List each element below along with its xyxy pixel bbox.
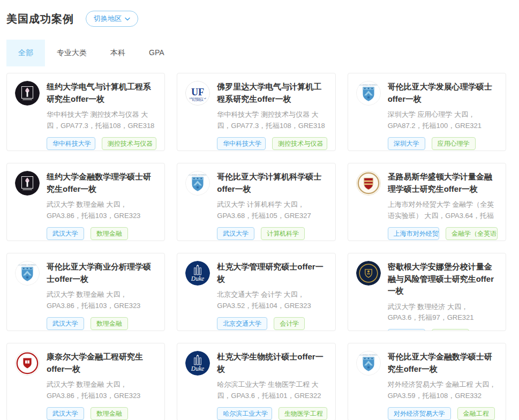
case-tags: 武汉大学 数理金融 <box>47 227 156 240</box>
case-tags: 哈尔滨工业大学 生物医学工程 <box>217 407 327 420</box>
page-title: 美国成功案例 <box>6 12 74 26</box>
tab-gpa[interactable]: GPA <box>137 40 176 66</box>
case-card[interactable]: Duke 杜克大学生物统计硕士offer一枚 哈尔滨工业大学 生物医学工程 大四… <box>177 343 335 420</box>
cornell-logo <box>15 351 40 376</box>
case-tags: 武汉大学 数理金融 <box>47 317 156 330</box>
case-card[interactable]: 康奈尔大学金融工程研究生offer一枚 武汉大学 数理金融 大四，GPA3.86… <box>6 343 165 420</box>
svg-text:COLUMBIA UNIVERSITY: COLUMBIA UNIVERSITY <box>358 354 379 356</box>
university-logo: COLUMBIA UNIVERSITY <box>356 81 381 106</box>
university-logo <box>15 171 40 196</box>
case-description: 华中科技大学 测控技术与仪器 大四，GPA77.3，托福108，GRE318 <box>47 109 156 132</box>
case-card[interactable]: COLUMBIA UNIVERSITY 哥伦比亚大学计算机科学硕士offer一枚… <box>177 163 335 241</box>
case-description: 武汉大学 数理金融 大四，GPA3.86，托福103，GRE323 <box>47 289 156 312</box>
case-tags: 对外经济贸易大学 金融工程 <box>388 407 498 420</box>
case-title: 哥伦比亚大学金融数学硕士研究生offer一枚 <box>388 351 498 375</box>
school-tag[interactable]: 哈尔滨工业大学 <box>217 407 272 420</box>
school-tag[interactable]: 武汉大学 <box>47 317 84 330</box>
major-tag[interactable]: 数理金融 <box>91 227 128 240</box>
major-tag[interactable]: 数理金融 <box>91 407 128 420</box>
filter-tabs: 全部 专业大类 本科 GPA <box>6 40 506 66</box>
university-logo <box>356 261 381 286</box>
major-tag[interactable]: 金融工程 <box>457 407 495 420</box>
uf-logo: UFUNIVERSITY ofFLORIDA <box>185 81 210 106</box>
case-title: 圣路易斯华盛顿大学计量金融理学硕士研究生offer一枚 <box>388 171 498 195</box>
case-tags: 武汉大学 数理金融 <box>47 407 156 420</box>
case-title: 哥伦比亚大学发展心理学硕士offer一枚 <box>388 81 498 105</box>
case-card[interactable]: Duke 杜克大学管理研究硕士offer一枚 北京交通大学 会计学 大四，GPA… <box>177 253 335 331</box>
nyu-logo <box>15 171 40 196</box>
svg-text:COLUMBIA UNIVERSITY: COLUMBIA UNIVERSITY <box>187 174 209 176</box>
university-logo: COLUMBIA UNIVERSITY <box>15 261 40 286</box>
case-tags: 北京交通大学 会计学 <box>217 317 327 330</box>
case-card[interactable]: 密歇根大学安娜堡分校计量金融与风险管理硕士研究生offer一枚 武汉大学 数理经… <box>348 253 506 331</box>
school-tag[interactable]: 武汉大学 <box>47 227 84 240</box>
tab-all[interactable]: 全部 <box>6 40 45 66</box>
svg-text:COLUMBIA UNIVERSITY: COLUMBIA UNIVERSITY <box>358 84 379 86</box>
university-logo <box>356 171 381 196</box>
tab-major-category[interactable]: 专业大类 <box>45 40 99 66</box>
school-tag[interactable]: 华中科技大学 <box>47 137 95 150</box>
case-card[interactable]: COLUMBIA UNIVERSITY 哥伦比亚大学发展心理学硕士offer一枚… <box>348 73 506 151</box>
case-description: 武汉大学 数理经济 大四，GPA3.6，托福97，GRE321 <box>388 302 498 324</box>
success-cases-page: 美国成功案例 切换地区 全部 专业大类 本科 GPA 纽约大学电气与计算机工程系… <box>0 0 519 420</box>
major-tag[interactable]: 金融学（全英语实 <box>446 227 498 240</box>
university-logo: Duke <box>185 351 210 376</box>
page-header: 美国成功案例 切换地区 <box>6 11 506 27</box>
umich-logo <box>356 261 381 286</box>
switch-region-button[interactable]: 切换地区 <box>86 11 138 27</box>
school-tag[interactable]: 北京交通大学 <box>217 317 267 330</box>
school-tag[interactable]: 武汉大学 <box>388 329 425 331</box>
university-logo <box>15 351 40 376</box>
case-title: 康奈尔大学金融工程研究生offer一枚 <box>47 351 156 375</box>
major-tag[interactable]: 会计学 <box>274 317 305 330</box>
case-tags: 华中科技大学 测控技术与仪器 <box>47 137 156 150</box>
columbia-logo: COLUMBIA UNIVERSITY <box>15 261 40 286</box>
svg-text:FLORIDA: FLORIDA <box>192 99 204 102</box>
university-logo: Duke <box>185 261 210 286</box>
school-tag[interactable]: 华中科技大学 <box>217 137 266 150</box>
case-card[interactable]: COLUMBIA UNIVERSITY 哥伦比亚大学商业分析理学硕士offer一… <box>6 253 165 331</box>
svg-text:COLUMBIA UNIVERSITY: COLUMBIA UNIVERSITY <box>17 264 38 266</box>
major-tag[interactable]: 测控技术与仪器 <box>272 137 327 150</box>
case-description: 哈尔滨工业大学 生物医学工程 大四，GPA3.6，托福101，GRE322 <box>217 379 327 402</box>
tab-undergraduate[interactable]: 本科 <box>99 40 137 66</box>
school-tag[interactable]: 对外经济贸易大学 <box>388 407 451 420</box>
case-description: 北京交通大学 会计学 大四，GPA3.52，托福104，GRE323 <box>217 289 327 312</box>
case-tags: 武汉大学 数理经济 <box>388 329 498 331</box>
case-title: 杜克大学生物统计硕士offer一枚 <box>217 351 327 375</box>
case-card[interactable]: UFUNIVERSITY ofFLORIDA 佛罗里达大学电气与计算机工程系研究… <box>177 73 335 151</box>
case-card-grid: 纽约大学电气与计算机工程系研究生offer一枚 华中科技大学 测控技术与仪器 大… <box>6 73 506 420</box>
school-tag[interactable]: 武汉大学 <box>217 227 254 240</box>
major-tag[interactable]: 计算机科学 <box>261 227 305 240</box>
chevron-down-icon <box>125 17 130 21</box>
washu-logo <box>356 171 381 196</box>
case-title: 佛罗里达大学电气与计算机工程系研究生offer一枚 <box>217 81 327 105</box>
school-tag[interactable]: 深圳大学 <box>388 137 425 150</box>
major-tag[interactable]: 生物医学工程 <box>279 407 327 420</box>
case-description: 深圳大学 应用心理学 大四，GPA87.2，托福100，GRE321 <box>388 109 498 132</box>
case-title: 杜克大学管理研究硕士offer一枚 <box>217 261 327 285</box>
case-card[interactable]: 圣路易斯华盛顿大学计量金融理学硕士研究生offer一枚 上海市对外经贸大学 金融… <box>348 163 506 241</box>
major-tag[interactable]: 测控技术与仪器 <box>102 137 156 150</box>
case-tags: 武汉大学 计算机科学 <box>217 227 327 240</box>
major-tag[interactable]: 数理经济 <box>432 329 469 331</box>
svg-text:Duke: Duke <box>191 275 204 282</box>
university-logo: UFUNIVERSITY ofFLORIDA <box>185 81 210 106</box>
case-tags: 华中科技大学 测控技术与仪器 <box>217 137 327 150</box>
school-tag[interactable]: 武汉大学 <box>47 407 84 420</box>
major-tag[interactable]: 数理金融 <box>91 317 128 330</box>
case-card[interactable]: 纽约大学电气与计算机工程系研究生offer一枚 华中科技大学 测控技术与仪器 大… <box>6 73 165 151</box>
case-description: 武汉大学 计算机科学 大四，GPA3.68，托福105，GRE327 <box>217 199 327 222</box>
case-title: 哥伦比亚大学计算机科学硕士offer一枚 <box>217 171 327 195</box>
major-tag[interactable]: 应用心理学 <box>432 137 476 150</box>
case-card[interactable]: 纽约大学金融数学理学硕士研究生offer一枚 武汉大学 数理金融 大四，GPA3… <box>6 163 165 241</box>
case-title: 纽约大学电气与计算机工程系研究生offer一枚 <box>47 81 156 105</box>
case-card[interactable]: COLUMBIA UNIVERSITY 哥伦比亚大学金融数学硕士研究生offer… <box>348 343 506 420</box>
case-title: 哥伦比亚大学商业分析理学硕士offer一枚 <box>47 261 156 285</box>
columbia-logo: COLUMBIA UNIVERSITY <box>356 81 381 106</box>
switch-region-label: 切换地区 <box>94 14 122 24</box>
case-description: 上海市对外经贸大学 金融学（全英语实验班） 大四，GPA3.64，托福103 .… <box>388 199 498 222</box>
duke-logo: Duke <box>185 351 210 376</box>
school-tag[interactable]: 上海市对外经贸大 <box>388 227 440 240</box>
case-title: 密歇根大学安娜堡分校计量金融与风险管理硕士研究生offer一枚 <box>388 261 498 297</box>
